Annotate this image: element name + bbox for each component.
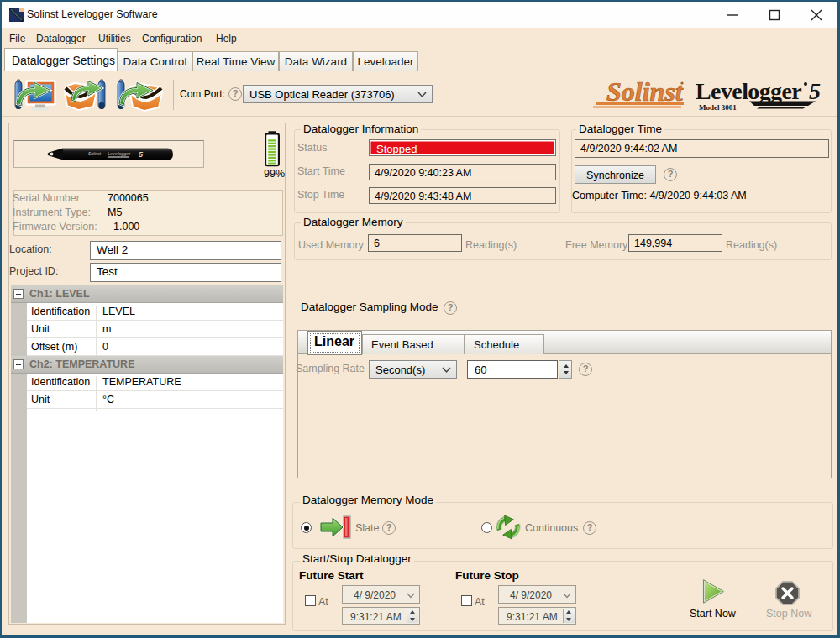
svg-text:5: 5 [809, 78, 821, 104]
svg-text:Levelogger: Levelogger [108, 151, 131, 156]
svg-text:Solinst: Solinst [606, 77, 684, 107]
svg-text:Model 3001: Model 3001 [699, 103, 737, 112]
svg-text:Solinst: Solinst [88, 151, 102, 156]
svg-text:Levelogger: Levelogger [696, 78, 801, 104]
